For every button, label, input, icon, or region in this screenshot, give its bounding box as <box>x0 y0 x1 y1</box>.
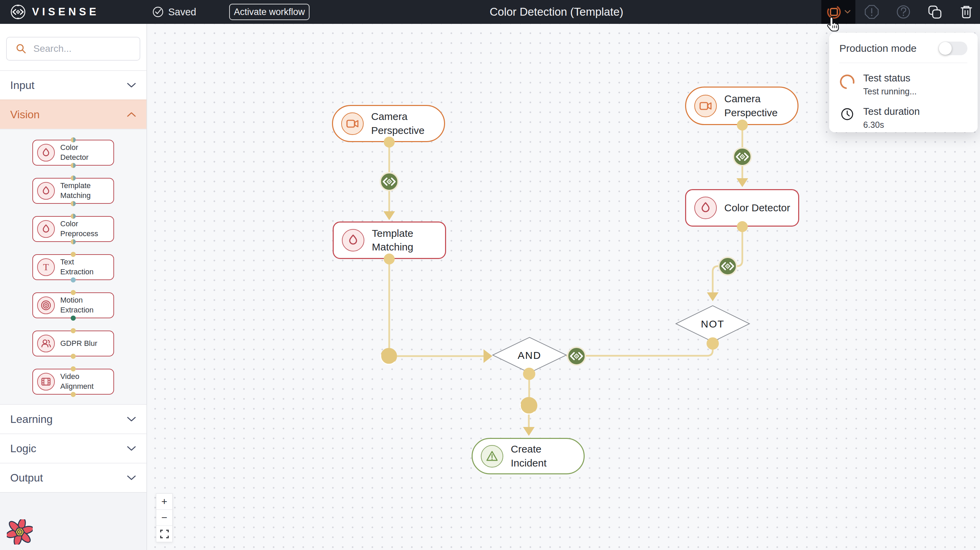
library-item-color-detector[interactable]: Color Detector <box>32 140 114 166</box>
item-label: Video Alignment <box>60 372 105 391</box>
port-handle[interactable] <box>71 163 76 168</box>
chevron-down-icon <box>127 83 136 88</box>
droplet-icon <box>694 197 717 219</box>
chevron-up-icon <box>127 112 136 117</box>
vision-items-list: Color Detector Template Matching Color P… <box>0 129 146 404</box>
saved-label: Saved <box>168 6 196 18</box>
letter-t-icon: T <box>37 258 55 276</box>
check-circle-icon <box>152 6 164 18</box>
video-camera-icon <box>341 112 364 135</box>
test-running-button[interactable] <box>821 0 855 24</box>
brand: VISENSE <box>10 0 99 24</box>
zoom-in-button[interactable]: + <box>156 494 172 510</box>
port-handle[interactable] <box>71 277 76 282</box>
not-gate-label: NOT <box>701 318 724 330</box>
sidebar-section-input[interactable]: Input <box>0 70 146 99</box>
fit-view-button[interactable] <box>156 526 172 542</box>
node-label: Camera Perspective <box>371 110 438 137</box>
film-icon <box>37 373 55 391</box>
item-label: Color Preprocess <box>60 219 105 239</box>
test-status-row: Test status Test running... <box>839 73 967 96</box>
port-handle[interactable] <box>71 252 76 257</box>
canvas-controls: + − <box>156 493 173 542</box>
library-item-template-matching[interactable]: Template Matching <box>32 178 114 204</box>
production-mode-toggle[interactable] <box>939 41 967 55</box>
item-label: Color Detector <box>60 143 105 162</box>
search-box[interactable] <box>6 37 140 61</box>
sidebar-section-learning[interactable]: Learning <box>0 404 146 434</box>
section-label: Vision <box>10 108 40 121</box>
alerts-octagon-icon[interactable] <box>861 0 883 24</box>
node-color-detector[interactable]: Color Detector <box>685 189 799 226</box>
section-label: Input <box>10 79 34 92</box>
port-handle[interactable] <box>71 137 76 142</box>
toggle-knob <box>939 42 952 55</box>
port-handle[interactable] <box>71 316 76 320</box>
library-item-motion-extraction[interactable]: Motion Extraction <box>32 292 114 318</box>
flower-logo <box>7 519 33 545</box>
droplet-icon <box>37 182 55 200</box>
search-input[interactable] <box>33 43 131 54</box>
help-circle-icon[interactable] <box>892 0 914 24</box>
port-handle[interactable] <box>71 239 76 244</box>
section-label: Output <box>10 472 43 484</box>
section-label: Learning <box>10 413 53 426</box>
people-icon <box>37 335 55 352</box>
and-gate[interactable] <box>493 337 566 373</box>
stop-test-icon <box>826 4 842 20</box>
library-item-color-preprocess[interactable]: Color Preprocess <box>32 216 114 242</box>
node-create-incident[interactable]: Create Incident <box>472 438 585 474</box>
sidebar-section-logic[interactable]: Logic <box>0 434 146 463</box>
node-camera-perspective-left[interactable]: Camera Perspective <box>332 105 445 142</box>
library-item-gdpr-blur[interactable]: GDPR Blur <box>32 330 114 356</box>
production-mode-label: Production mode <box>839 43 917 54</box>
sidebar-section-output[interactable]: Output <box>0 463 146 492</box>
port-handle[interactable] <box>71 290 76 295</box>
port-handle[interactable] <box>71 175 76 181</box>
delete-trash-icon[interactable] <box>956 0 977 24</box>
port-handle[interactable] <box>71 201 76 206</box>
port-handle[interactable] <box>71 354 76 359</box>
test-status-popover: Production mode Test status Test running… <box>829 33 978 132</box>
node-template-matching[interactable]: Template Matching <box>332 222 446 259</box>
connector-eye-icon[interactable] <box>719 257 737 275</box>
test-duration-value: 6.30s <box>863 120 920 130</box>
node-label: Color Detector <box>724 201 791 215</box>
node-camera-perspective-right[interactable]: Camera Perspective <box>685 86 799 125</box>
chevron-down-icon <box>127 446 136 451</box>
activate-workflow-button[interactable]: Activate workflow <box>229 4 310 20</box>
top-navbar: VISENSE Saved Activate workflow Color De… <box>0 0 980 24</box>
clock-icon <box>839 106 855 130</box>
brand-name: VISENSE <box>32 6 99 18</box>
saved-status: Saved <box>152 0 196 24</box>
not-gate[interactable] <box>676 306 749 342</box>
connector-eye-icon[interactable] <box>380 173 398 190</box>
node-label: Camera Perspective <box>724 92 791 120</box>
port-handle[interactable] <box>71 214 76 219</box>
library-item-video-alignment[interactable]: Video Alignment <box>32 369 114 395</box>
item-label: Template Matching <box>60 181 105 200</box>
library-item-text-extraction[interactable]: T Text Extraction <box>32 254 114 280</box>
droplet-icon <box>37 144 55 161</box>
chevron-down-icon <box>127 416 136 422</box>
search-icon <box>16 43 27 54</box>
port-handle[interactable] <box>71 392 76 397</box>
connector-eye-icon[interactable] <box>568 347 585 365</box>
workflow-title: Color Detection (Template) <box>490 0 624 24</box>
chevron-down-icon <box>127 475 136 480</box>
edge-not-and <box>566 344 713 356</box>
video-camera-icon <box>694 95 717 117</box>
sidebar-section-vision[interactable]: Vision <box>0 99 146 129</box>
connector-eye-icon[interactable] <box>733 148 751 166</box>
duplicate-icon[interactable] <box>924 0 946 24</box>
node-library-sidebar: Input Vision Color Detector Template Mat… <box>0 24 147 550</box>
port-handle[interactable] <box>71 366 76 371</box>
item-label: GDPR Blur <box>60 339 105 349</box>
zoom-out-button[interactable]: − <box>156 510 172 526</box>
edge-colordetector-not <box>713 226 742 292</box>
visense-logo-icon <box>10 4 26 20</box>
test-duration-title: Test duration <box>863 106 920 117</box>
junction-dots[interactable] <box>381 348 537 414</box>
spinner-icon <box>839 73 855 96</box>
port-handle[interactable] <box>71 328 76 333</box>
